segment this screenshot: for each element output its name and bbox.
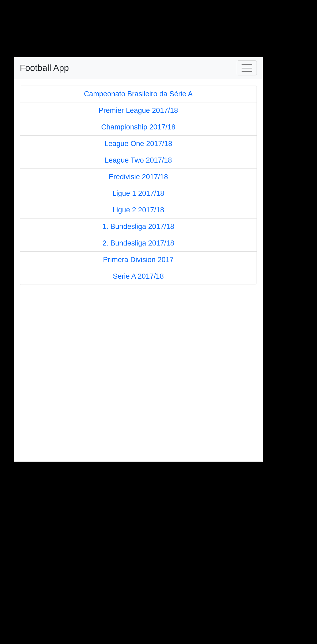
- list-item: Ligue 1 2017/18: [20, 185, 257, 202]
- league-link[interactable]: Campeonato Brasileiro da Série A: [84, 90, 193, 98]
- league-link[interactable]: League Two 2017/18: [105, 156, 172, 164]
- league-list: Campeonato Brasileiro da Série A Premier…: [20, 86, 257, 285]
- league-link[interactable]: Eredivisie 2017/18: [109, 173, 168, 181]
- list-item: Serie A 2017/18: [20, 268, 257, 285]
- list-item: Ligue 2 2017/18: [20, 202, 257, 218]
- list-item: Campeonato Brasileiro da Série A: [20, 86, 257, 102]
- navbar-toggle-button[interactable]: [237, 60, 257, 75]
- app-container: Football App Campeonato Brasileiro da Sé…: [14, 57, 263, 462]
- league-link[interactable]: Premier League 2017/18: [98, 106, 178, 115]
- league-link[interactable]: Ligue 1 2017/18: [112, 189, 164, 198]
- league-link[interactable]: 2. Bundesliga 2017/18: [102, 239, 174, 247]
- list-item: Primera Division 2017: [20, 252, 257, 268]
- league-link[interactable]: Serie A 2017/18: [113, 272, 164, 281]
- league-link[interactable]: Ligue 2 2017/18: [112, 206, 164, 214]
- league-link[interactable]: Championship 2017/18: [101, 123, 175, 131]
- list-item: 2. Bundesliga 2017/18: [20, 235, 257, 252]
- list-item: Eredivisie 2017/18: [20, 169, 257, 185]
- navbar-brand[interactable]: Football App: [20, 63, 69, 73]
- list-item: Championship 2017/18: [20, 119, 257, 136]
- list-item: League Two 2017/18: [20, 152, 257, 169]
- league-link[interactable]: 1. Bundesliga 2017/18: [102, 223, 174, 231]
- navbar: Football App: [14, 57, 263, 79]
- list-item: Premier League 2017/18: [20, 102, 257, 119]
- league-link[interactable]: League One 2017/18: [104, 140, 172, 148]
- league-link[interactable]: Primera Division 2017: [103, 256, 174, 264]
- list-item: 1. Bundesliga 2017/18: [20, 218, 257, 235]
- list-item: League One 2017/18: [20, 136, 257, 152]
- main-content: Campeonato Brasileiro da Série A Premier…: [14, 79, 263, 285]
- hamburger-icon: [242, 64, 252, 72]
